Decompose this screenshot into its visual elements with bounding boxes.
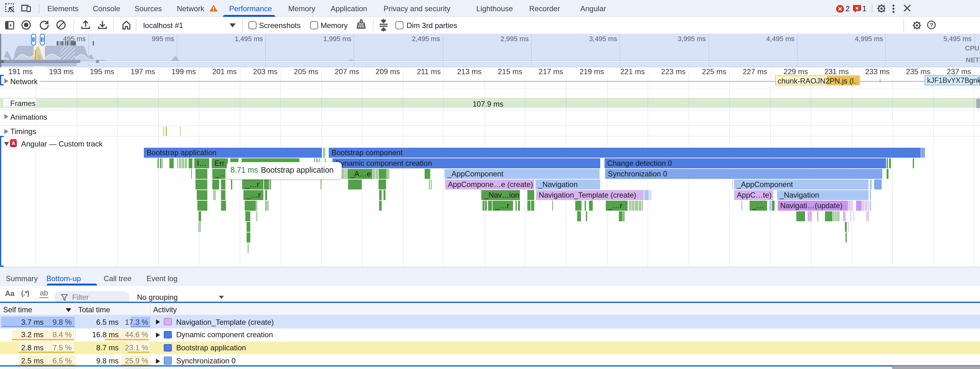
svg-text:?: ?	[929, 22, 933, 28]
